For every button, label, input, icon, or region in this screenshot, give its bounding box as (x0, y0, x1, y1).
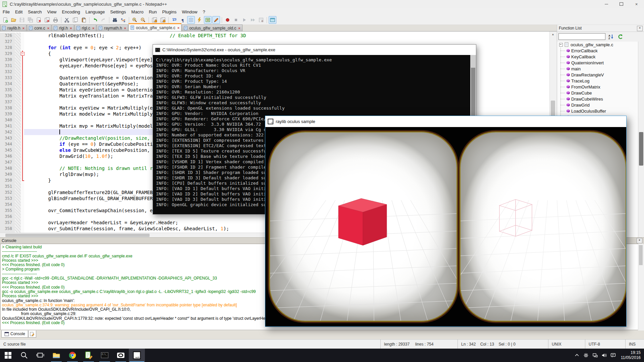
function-item-DrawCubeWires[interactable]: DrawCubeWires (557, 96, 638, 102)
tab-close-icon[interactable]: × (92, 26, 94, 30)
function-item-main[interactable]: main (557, 66, 638, 72)
fold-margin[interactable] (21, 153, 24, 159)
menu-item-file[interactable]: File (0, 9, 12, 15)
fold-margin[interactable] (21, 99, 24, 105)
bookmark-margin[interactable] (15, 207, 21, 214)
monitor-panel-icon[interactable] (269, 16, 276, 24)
function-completion-icon[interactable] (196, 16, 203, 24)
function-search-input[interactable] (558, 33, 605, 40)
fold-margin[interactable] (21, 177, 24, 183)
minimize-button[interactable] (599, 0, 614, 8)
fold-margin[interactable] (21, 123, 24, 129)
menu-item-window[interactable]: Window (179, 9, 200, 15)
reload-icon[interactable] (617, 33, 624, 40)
maximize-button[interactable] (614, 0, 629, 8)
bookmark-margin[interactable] (15, 99, 21, 105)
menu-item-plugins[interactable]: Plugins (160, 9, 179, 15)
fold-margin[interactable] (21, 207, 24, 214)
bookmark-margin[interactable] (15, 57, 21, 63)
fold-margin[interactable] (21, 105, 24, 111)
document-switcher-icon[interactable] (212, 16, 220, 24)
taskbar-file-explorer-button[interactable] (48, 349, 64, 362)
menu-item-edit[interactable]: Edit (12, 9, 25, 15)
fold-margin[interactable] (21, 81, 24, 87)
bookmark-margin[interactable] (15, 141, 21, 147)
fold-margin[interactable] (21, 111, 24, 117)
cut-icon[interactable] (63, 16, 71, 24)
new-file-icon[interactable] (1, 16, 9, 24)
function-item-LoadOculusBuffer[interactable]: LoadOculusBuffer (557, 108, 638, 114)
bookmark-margin[interactable] (15, 147, 21, 153)
console-scrollbar[interactable] (638, 244, 644, 330)
function-item-DrawGrid[interactable]: DrawGrid (557, 102, 638, 108)
menu-item-encoding[interactable]: Encoding (59, 9, 83, 15)
fold-margin[interactable] (21, 39, 24, 45)
bookmark-margin[interactable] (15, 201, 21, 207)
function-item-DrawCube[interactable]: DrawCube (557, 90, 638, 96)
menu-item-run[interactable]: Run (146, 9, 160, 15)
tray-gear-icon[interactable] (583, 353, 589, 358)
tab-rlgl.h[interactable]: rlgl.h× (52, 24, 74, 31)
bookmark-margin[interactable] (15, 93, 21, 99)
fold-margin[interactable] (21, 165, 24, 171)
status-eol-format[interactable]: UNIX (548, 340, 585, 349)
function-item-FromOvrMatrix[interactable]: FromOvrMatrix (557, 84, 638, 90)
bookmark-margin[interactable] (15, 214, 21, 220)
copy-icon[interactable] (71, 16, 79, 24)
fold-margin[interactable] (21, 69, 24, 75)
taskbar-start-button[interactable] (0, 349, 16, 362)
close-all-icon[interactable] (43, 16, 51, 24)
function-item-KeyCallback[interactable]: KeyCallback (557, 54, 638, 60)
taskbar-raylib-button[interactable]: raylib (129, 349, 145, 362)
bookmark-margin[interactable] (15, 135, 21, 141)
menu-item-view[interactable]: View (45, 9, 59, 15)
bookmark-margin[interactable] (15, 165, 21, 171)
status-encoding[interactable]: UTF-8 (585, 340, 625, 349)
bookmark-margin[interactable] (15, 111, 21, 117)
fold-margin[interactable] (21, 51, 24, 57)
fold-margin[interactable] (21, 147, 24, 153)
raylib-window[interactable]: rl raylib oculus sample × (265, 116, 627, 327)
bookmark-margin[interactable] (15, 105, 21, 111)
fold-margin[interactable] (21, 214, 24, 220)
tray-chevron-icon[interactable] (574, 353, 580, 358)
bookmark-margin[interactable] (15, 63, 21, 69)
fold-margin[interactable] (21, 45, 24, 51)
bookmark-margin[interactable] (15, 171, 21, 177)
find-icon[interactable] (111, 16, 119, 24)
fold-margin[interactable] (21, 195, 24, 201)
fold-margin[interactable] (21, 226, 24, 232)
tab-close-icon[interactable]: × (177, 26, 179, 29)
function-tree-root[interactable]: oculus_glfw_sample.c (557, 42, 638, 48)
fold-margin[interactable] (21, 159, 24, 165)
tab-close-icon[interactable]: × (47, 26, 49, 30)
menu-item-help[interactable]: ? (200, 9, 208, 15)
menu-item-language[interactable]: Language (83, 9, 108, 15)
menu-item-macro[interactable]: Macro (129, 9, 146, 15)
fold-margin[interactable] (21, 183, 24, 189)
bookmark-margin[interactable] (15, 129, 21, 135)
function-list-scrollbar[interactable] (638, 42, 644, 237)
tray-volume-icon[interactable] (601, 353, 607, 358)
function-item-TraceLog[interactable]: TraceLog (557, 78, 638, 84)
fold-margin[interactable] (21, 93, 24, 99)
tab-close-icon[interactable]: × (124, 26, 126, 30)
tab-raymath.h[interactable]: raymath.h× (97, 24, 128, 31)
taskbar-task-view-button[interactable] (32, 349, 48, 362)
bookmark-margin[interactable] (15, 195, 21, 201)
fold-margin[interactable] (21, 189, 24, 195)
fold-margin[interactable] (21, 57, 24, 63)
document-map-icon[interactable] (204, 16, 212, 24)
taskbar-oculus-button[interactable] (113, 349, 129, 362)
taskbar-search-button[interactable] (16, 349, 32, 362)
indent-guide-icon[interactable] (187, 16, 195, 24)
taskbar-notepad-plus-plus-button[interactable] (80, 349, 97, 362)
bookmark-margin[interactable] (15, 220, 21, 226)
fold-margin[interactable] (21, 129, 24, 135)
tab-rlgl.c[interactable]: rlgl.c× (74, 24, 97, 31)
fold-margin[interactable] (21, 171, 24, 177)
menu-item-settings[interactable]: Settings (108, 9, 129, 15)
fold-margin[interactable] (21, 117, 24, 123)
bookmark-margin[interactable] (15, 51, 21, 57)
sort-az-icon[interactable]: AZ (607, 33, 615, 40)
